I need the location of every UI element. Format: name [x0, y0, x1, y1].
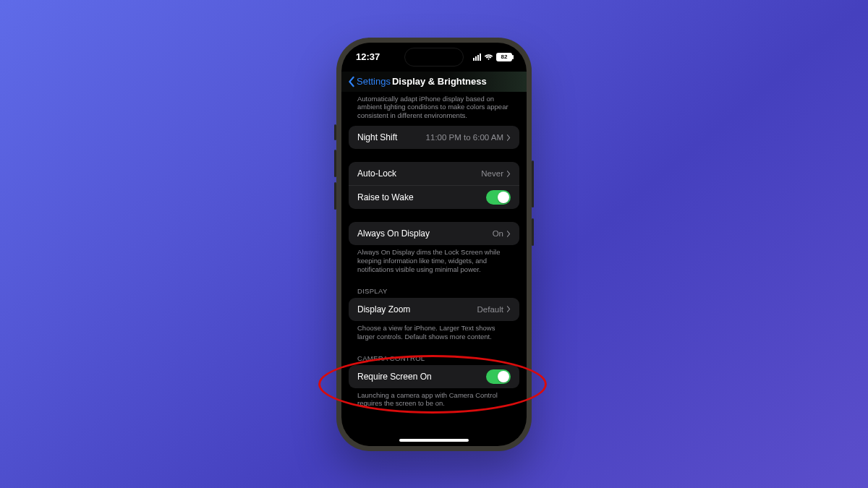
- auto-lock-row[interactable]: Auto-Lock Never: [349, 162, 519, 185]
- require-screen-on-footnote: Launching a camera app with Camera Contr…: [349, 388, 519, 414]
- back-button[interactable]: Settings: [347, 76, 391, 87]
- chevron-left-icon: [347, 76, 356, 87]
- night-shift-label: Night Shift: [357, 132, 397, 142]
- stage-background: 12:37 82: [0, 0, 868, 488]
- always-on-value: On: [493, 229, 503, 238]
- night-shift-group: Night Shift 11:00 PM to 6:00 AM: [349, 126, 519, 149]
- raise-to-wake-row[interactable]: Raise to Wake: [349, 185, 519, 209]
- chevron-right-icon: [506, 134, 511, 141]
- raise-to-wake-label: Raise to Wake: [357, 192, 414, 202]
- page-title: Display & Brightness: [392, 76, 487, 87]
- dynamic-island: [405, 48, 463, 66]
- night-shift-value: 11:00 PM to 6:00 AM: [426, 133, 503, 142]
- settings-list[interactable]: Automatically adapt iPhone display based…: [341, 92, 527, 437]
- always-on-label: Always On Display: [357, 228, 430, 239]
- camera-control-section-header: Camera Control: [349, 347, 519, 365]
- display-zoom-label: Display Zoom: [357, 304, 410, 314]
- always-on-display-row[interactable]: Always On Display On: [349, 222, 519, 245]
- chevron-right-icon: [506, 306, 511, 312]
- true-tone-footnote: Automatically adapt iPhone display based…: [349, 92, 519, 127]
- auto-lock-value: Never: [481, 169, 503, 178]
- require-screen-on-row[interactable]: Require Screen On: [349, 365, 519, 388]
- require-screen-on-toggle[interactable]: [486, 369, 511, 384]
- lock-group: Auto-Lock Never Raise to Wake: [349, 162, 519, 209]
- display-section-header: Display: [349, 280, 519, 298]
- raise-to-wake-toggle[interactable]: [486, 190, 511, 205]
- cellular-signal-icon: [473, 53, 481, 61]
- battery-indicator: 82: [496, 53, 512, 61]
- chevron-right-icon: [506, 171, 511, 177]
- chevron-right-icon: [506, 231, 511, 237]
- status-time: 12:37: [356, 51, 380, 62]
- home-indicator[interactable]: [399, 439, 469, 442]
- navigation-bar: Settings Display & Brightness: [341, 72, 527, 92]
- auto-lock-label: Auto-Lock: [357, 168, 396, 179]
- iphone-frame: 12:37 82: [336, 38, 532, 451]
- display-zoom-footnote: Choose a view for iPhone. Larger Text sh…: [349, 321, 519, 347]
- display-zoom-group: Display Zoom Default: [349, 298, 519, 321]
- always-on-group: Always On Display On: [349, 222, 519, 245]
- display-zoom-value: Default: [477, 305, 503, 314]
- require-screen-on-label: Require Screen On: [357, 372, 432, 382]
- status-bar: 12:37 82: [341, 43, 527, 72]
- night-shift-row[interactable]: Night Shift 11:00 PM to 6:00 AM: [349, 126, 519, 149]
- battery-level: 82: [501, 53, 508, 60]
- always-on-footnote: Always On Display dims the Lock Screen w…: [349, 245, 519, 280]
- back-label: Settings: [357, 76, 391, 87]
- camera-control-group: Require Screen On: [349, 365, 519, 388]
- display-zoom-row[interactable]: Display Zoom Default: [349, 298, 519, 321]
- wifi-icon: [484, 53, 493, 61]
